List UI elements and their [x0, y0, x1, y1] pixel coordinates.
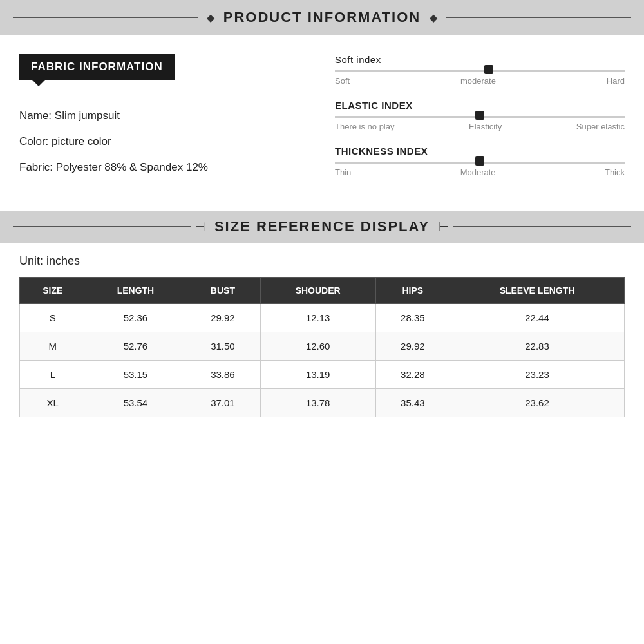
cell-3: 12.60 [260, 332, 375, 361]
thickness-label-left: Thin [335, 167, 351, 177]
size-line-left [13, 226, 191, 227]
thickness-slider-thumb [475, 156, 484, 166]
elastic-index-block: ELASTIC INDEX There is no play Elasticit… [335, 100, 625, 131]
cell-4: 32.28 [375, 361, 450, 389]
cell-2: 31.50 [185, 332, 260, 361]
thickness-index-title: THICKNESS INDEX [335, 146, 625, 156]
cell-1: 53.15 [86, 361, 185, 389]
cell-0: S [20, 304, 86, 332]
unit-label: Unit: inches [19, 254, 625, 268]
name-label: Name: [19, 109, 52, 122]
table-header-row: SIZE LENGTH BUST SHOUDER HIPS SLEEVE LEN… [20, 278, 625, 304]
color-value: picture color [52, 135, 111, 147]
elastic-index-title: ELASTIC INDEX [335, 100, 625, 111]
soft-slider-thumb [484, 65, 493, 74]
cell-4: 29.92 [375, 332, 450, 361]
right-col: Soft index Soft moderate Hard ELASTIC IN… [335, 54, 625, 191]
size-header-title: SIZE REFERENCE DISPLAY [214, 218, 430, 235]
left-col: FABRIC INFORMATION Name: Slim jumpsuit C… [19, 54, 309, 191]
size-bracket-right: ⊢ [439, 220, 449, 234]
cell-5: 23.23 [450, 361, 624, 389]
thickness-slider-track [335, 162, 625, 164]
elastic-slider-thumb [475, 111, 484, 120]
col-shoulder: SHOUDER [260, 278, 375, 304]
fabric-name: Name: Slim jumpsuit [19, 109, 309, 122]
cell-2: 33.86 [185, 361, 260, 389]
soft-label-left: Soft [335, 76, 350, 86]
elastic-slider-track [335, 116, 625, 118]
col-bust: BUST [185, 278, 260, 304]
elastic-label-left: There is no play [335, 122, 395, 131]
size-line-right [453, 226, 631, 227]
cell-1: 52.76 [86, 332, 185, 361]
size-section-header: ⊣ SIZE REFERENCE DISPLAY ⊢ [0, 211, 644, 243]
fabric-label: Fabric: [19, 161, 53, 173]
col-hips: HIPS [375, 278, 450, 304]
cell-5: 23.62 [450, 389, 624, 417]
elastic-slider-labels: There is no play Elasticity Super elasti… [335, 122, 625, 131]
col-length: LENGTH [86, 278, 185, 304]
soft-label-right: Hard [607, 76, 625, 86]
size-left-lines: ⊣ [13, 220, 205, 234]
thickness-slider-labels: Thin Moderate Thick [335, 167, 625, 177]
cell-3: 13.78 [260, 389, 375, 417]
cell-4: 35.43 [375, 389, 450, 417]
fabric-composition: Fabric: Polyester 88% & Spandex 12% [19, 161, 309, 174]
soft-label-mid: moderate [460, 76, 496, 86]
page: ◆ PRODUCT INFORMATION ◆ FABRIC INFORMATI… [0, 0, 644, 644]
cell-0: L [20, 361, 86, 389]
cell-0: XL [20, 389, 86, 417]
col-size: SIZE [20, 278, 86, 304]
elastic-label-right: Super elastic [576, 122, 625, 131]
soft-index-block: Soft index Soft moderate Hard [335, 54, 625, 86]
soft-index-title: Soft index [335, 54, 625, 65]
fabric-section: FABRIC INFORMATION Name: Slim jumpsuit C… [0, 35, 644, 204]
soft-slider-track [335, 70, 625, 72]
cell-2: 29.92 [185, 304, 260, 332]
product-info-header: ◆ PRODUCT INFORMATION ◆ [0, 0, 644, 35]
fabric-color: Color: picture color [19, 135, 309, 148]
main-content: FABRIC INFORMATION Name: Slim jumpsuit C… [0, 35, 644, 644]
soft-slider-labels: Soft moderate Hard [335, 76, 625, 86]
header-diamond-left: ◆ [207, 12, 214, 24]
cell-3: 13.19 [260, 361, 375, 389]
color-label: Color: [19, 135, 48, 147]
header-title: PRODUCT INFORMATION [223, 9, 421, 26]
table-row: M52.7631.5012.6029.9222.83 [20, 332, 625, 361]
cell-5: 22.83 [450, 332, 624, 361]
size-right-lines: ⊢ [439, 220, 631, 234]
cell-2: 37.01 [185, 389, 260, 417]
thickness-label-mid: Moderate [460, 167, 496, 177]
fabric-badge: FABRIC INFORMATION [19, 54, 175, 80]
cell-1: 52.36 [86, 304, 185, 332]
size-content: Unit: inches SIZE LENGTH BUST SHOUDER HI… [0, 243, 644, 430]
elastic-label-mid: Elasticity [469, 122, 502, 131]
cell-4: 28.35 [375, 304, 450, 332]
table-row: XL53.5437.0113.7835.4323.62 [20, 389, 625, 417]
fabric-value: Polyester 88% & Spandex 12% [56, 161, 208, 173]
size-bracket-left: ⊣ [195, 220, 205, 234]
header-line-right [446, 17, 631, 18]
table-row: L53.1533.8613.1932.2823.23 [20, 361, 625, 389]
size-table: SIZE LENGTH BUST SHOUDER HIPS SLEEVE LEN… [19, 277, 625, 417]
cell-0: M [20, 332, 86, 361]
col-sleeve: SLEEVE LENGTH [450, 278, 624, 304]
header-diamond-right: ◆ [430, 12, 437, 24]
name-value: Slim jumpsuit [55, 109, 120, 122]
thickness-index-block: THICKNESS INDEX Thin Moderate Thick [335, 146, 625, 177]
cell-3: 12.13 [260, 304, 375, 332]
cell-1: 53.54 [86, 389, 185, 417]
thickness-label-right: Thick [605, 167, 625, 177]
header-line-left [13, 17, 198, 18]
table-row: S52.3629.9212.1328.3522.44 [20, 304, 625, 332]
cell-5: 22.44 [450, 304, 624, 332]
